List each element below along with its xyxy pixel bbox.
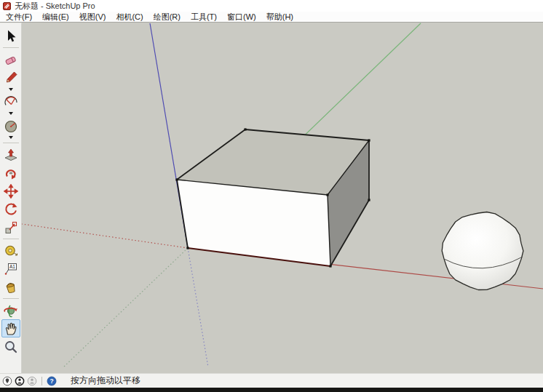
box-vertex [175,178,178,180]
menu-bar: 文件(F) 编辑(E) 视图(V) 相机(C) 绘图(R) 工具(T) 窗口(W… [0,12,543,23]
menu-help[interactable]: 帮助(H) [261,12,298,23]
toolbar-separator [3,140,19,145]
taskbar-strip [0,388,543,392]
box-vertex [186,247,189,249]
sign-in-icon[interactable] [27,376,37,386]
select-tool-button[interactable] [1,27,20,45]
window-title: 无标题 - SketchUp Pro [15,0,95,12]
zoom-icon [4,340,18,354]
paint-tool-button[interactable] [1,278,20,296]
select-icon [4,29,18,44]
followme-tool-button[interactable] [1,164,20,182]
statusbar-divider [41,377,42,385]
toolbar-separator [3,45,19,50]
followme-icon [4,166,18,180]
scale-icon [4,220,18,235]
arc-tool-button[interactable] [1,92,20,111]
eraser-icon [4,52,18,67]
drawing-area[interactable] [22,23,543,373]
tape-tool-button[interactable] [1,241,20,260]
menu-camera[interactable]: 相机(C) [111,12,148,23]
box-vertex [329,265,331,267]
svg-text:?: ? [49,377,53,385]
box-vertex [368,139,370,141]
tape-icon [4,244,18,258]
rotate-icon [4,202,18,217]
circle-flyout-arrow-icon[interactable] [1,135,20,140]
zoom-tool-button[interactable] [1,337,20,356]
menu-file[interactable]: 文件(F) [1,12,37,23]
eraser-tool-button[interactable] [1,50,20,68]
geolocation-icon[interactable] [2,376,12,386]
line-icon [4,71,18,85]
status-hint-text: 按方向拖动以平移 [71,375,140,387]
toolbar-separator [3,296,19,301]
box-vertex [326,193,328,196]
status-bar: ? 按方向拖动以平移 [0,373,543,388]
tool-palette [0,23,22,373]
orbit-tool-button[interactable] [1,301,20,319]
move-tool-button[interactable] [1,182,20,200]
line-flyout-arrow-icon[interactable] [1,87,20,92]
pushpull-tool-button[interactable] [1,145,20,164]
pan-icon [4,321,18,336]
pushpull-icon [4,148,18,162]
title-bar: 无标题 - SketchUp Pro [0,0,543,12]
red-axis-negative [22,224,188,248]
viewport [22,23,543,373]
help-icon[interactable]: ? [47,376,57,386]
menu-window[interactable]: 窗口(W) [222,12,261,23]
circle-icon [4,119,18,133]
menu-draw[interactable]: 绘图(R) [148,12,186,23]
box-vertex [368,199,370,201]
menu-view[interactable]: 视图(V) [74,12,111,23]
toolbar-separator [3,236,19,241]
main-area [0,23,543,373]
pan-tool-button[interactable] [1,319,20,337]
green-axis-negative [63,248,188,367]
text-tool-button[interactable] [1,260,20,278]
menu-edit[interactable]: 编辑(E) [37,12,74,23]
arc-icon [4,95,18,109]
text-icon [4,262,18,276]
paint-icon [4,280,18,295]
model-info-icon[interactable] [15,376,25,386]
blue-axis-negative [188,248,208,367]
sphere[interactable] [442,212,523,290]
sketchup-logo-icon [3,2,11,10]
line-tool-button[interactable] [1,68,20,87]
arc-flyout-arrow-icon[interactable] [1,111,20,116]
menu-tools[interactable]: 工具(T) [186,12,222,23]
scale-tool-button[interactable] [1,218,20,236]
move-icon [4,184,18,199]
box-vertex [244,128,246,130]
rotate-tool-button[interactable] [1,200,20,218]
circle-tool-button[interactable] [1,116,20,135]
orbit-icon [4,303,18,318]
